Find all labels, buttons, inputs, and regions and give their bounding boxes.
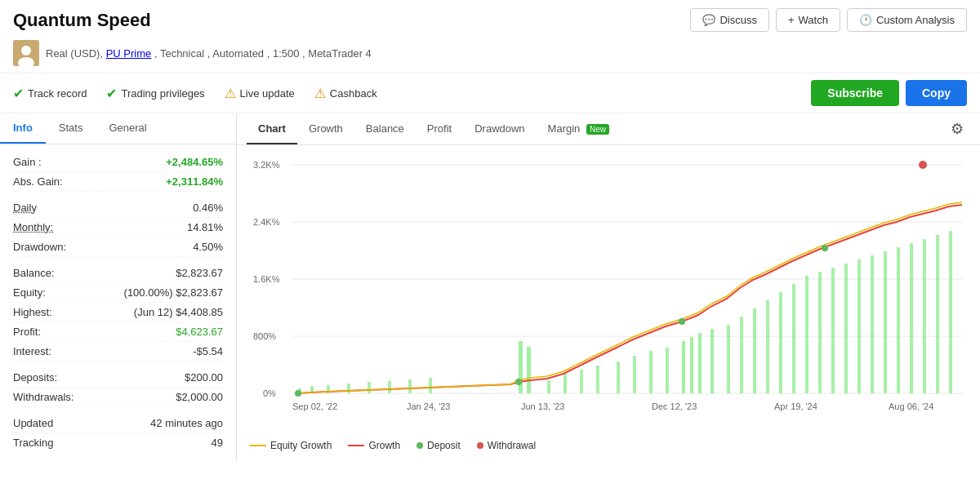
svg-rect-31 — [580, 370, 583, 393]
tab-stats[interactable]: Stats — [46, 113, 96, 144]
svg-rect-58 — [949, 231, 952, 393]
legend-deposit: Deposit — [416, 440, 461, 451]
svg-point-62 — [822, 245, 828, 251]
svg-rect-35 — [649, 351, 653, 393]
svg-rect-26 — [429, 378, 432, 393]
tab-profit[interactable]: Profit — [416, 114, 463, 144]
svg-text:Dec 12, '23: Dec 12, '23 — [652, 401, 697, 411]
left-panel: Info Stats General Gain : +2,484.65% Abs… — [0, 113, 237, 460]
svg-rect-50 — [844, 264, 848, 393]
withdrawal-dot-icon — [477, 442, 483, 449]
chart-area: 3.2K% 2.4K% 1.6K% 800% 0% Sep 02, '22 Ja… — [237, 145, 980, 433]
svg-rect-47 — [805, 276, 808, 393]
svg-rect-55 — [910, 243, 913, 393]
header: Quantum Speed 💬 Discuss + Watch 🕐 Custom… — [0, 0, 980, 37]
daily-row: Daily 0.46% — [13, 198, 223, 218]
subtitle: Real (USD), PU Prime , Technical , Autom… — [0, 37, 980, 73]
chart-legend: Equity Growth Growth Deposit Withdrawal — [237, 433, 980, 458]
svg-rect-48 — [818, 272, 822, 393]
equity-growth-line-icon — [250, 445, 266, 446]
svg-text:2.4K%: 2.4K% — [253, 217, 280, 227]
svg-point-63 — [919, 161, 927, 169]
svg-rect-53 — [884, 251, 887, 393]
svg-rect-40 — [710, 329, 714, 393]
svg-text:Jun 13, '23: Jun 13, '23 — [521, 401, 564, 411]
svg-rect-52 — [871, 255, 874, 393]
page-title: Quantum Speed — [13, 10, 151, 31]
deposit-dot-icon — [416, 442, 423, 449]
interest-row: Interest: -$5.54 — [13, 342, 223, 361]
warn-icon: ⚠ — [225, 86, 236, 101]
svg-rect-32 — [596, 366, 599, 393]
discuss-icon: 💬 — [702, 14, 715, 26]
tab-general[interactable]: General — [96, 113, 159, 144]
svg-point-60 — [515, 379, 522, 385]
trading-privileges-status: ✔ Trading privileges — [106, 86, 204, 101]
svg-rect-27 — [519, 341, 523, 393]
gain-row: Gain : +2,484.65% — [13, 153, 223, 172]
watch-button[interactable]: + Watch — [776, 8, 840, 32]
tracking-row: Tracking 49 — [13, 433, 223, 452]
equity-row: Equity: (100.00%) $2,823.67 — [13, 283, 223, 303]
svg-text:3.2K%: 3.2K% — [253, 160, 280, 170]
svg-rect-56 — [923, 239, 926, 393]
svg-rect-33 — [617, 361, 620, 393]
svg-point-61 — [679, 318, 685, 325]
custom-analysis-button[interactable]: 🕐 Custom Analysis — [847, 8, 967, 32]
svg-rect-23 — [368, 382, 371, 393]
svg-rect-54 — [897, 247, 900, 393]
svg-text:Apr 19, '24: Apr 19, '24 — [774, 401, 817, 411]
svg-rect-51 — [858, 259, 861, 393]
tab-growth[interactable]: Growth — [297, 114, 354, 144]
tab-info[interactable]: Info — [0, 113, 46, 144]
svg-rect-49 — [831, 268, 835, 393]
monthly-row: Monthly: 14.81% — [13, 218, 223, 237]
balance-row: Balance: $2,823.67 — [13, 264, 223, 283]
tab-drawdown[interactable]: Drawdown — [463, 114, 536, 144]
svg-rect-36 — [666, 348, 669, 393]
svg-text:Jan 24, '23: Jan 24, '23 — [407, 401, 450, 411]
tab-chart[interactable]: Chart — [247, 114, 297, 144]
svg-text:Aug 06, '24: Aug 06, '24 — [889, 401, 933, 411]
svg-rect-28 — [527, 347, 531, 393]
svg-point-59 — [295, 390, 301, 397]
svg-rect-46 — [792, 284, 795, 393]
svg-rect-34 — [633, 356, 636, 393]
cashback-status: ⚠ Cashback — [314, 86, 377, 101]
tab-balance[interactable]: Balance — [354, 114, 416, 144]
growth-line-icon — [348, 445, 364, 446]
subscribe-button[interactable]: Subscribe — [811, 80, 899, 106]
drawdown-row: Drawdown: 4.50% — [13, 237, 223, 257]
stats-table: Gain : +2,484.65% Abs. Gain: +2,311.84% … — [0, 144, 236, 460]
check-icon: ✔ — [13, 86, 24, 101]
legend-equity-growth: Equity Growth — [250, 440, 332, 451]
subtitle-text: Real (USD), PU Prime , Technical , Autom… — [46, 47, 372, 60]
track-record-status: ✔ Track record — [13, 86, 87, 101]
discuss-button[interactable]: 💬 Discuss — [690, 8, 769, 32]
legend-growth: Growth — [348, 440, 400, 451]
left-tabs: Info Stats General — [0, 113, 236, 144]
new-badge: New — [586, 124, 609, 135]
avatar — [13, 40, 39, 66]
updated-row: Updated 42 minutes ago — [13, 414, 223, 433]
highest-row: Highest: (Jun 12) $4,408.85 — [13, 303, 223, 322]
chart-svg: 3.2K% 2.4K% 1.6K% 800% 0% Sep 02, '22 Ja… — [247, 153, 970, 423]
copy-button[interactable]: Copy — [906, 80, 967, 106]
right-panel: Chart Growth Balance Profit Drawdown Mar… — [237, 113, 980, 460]
status-bar: ✔ Track record ✔ Trading privileges ⚠ Li… — [0, 73, 980, 113]
settings-icon[interactable]: ⚙ — [944, 113, 970, 144]
svg-rect-37 — [682, 341, 685, 393]
svg-text:Sep 02, '22: Sep 02, '22 — [292, 401, 337, 411]
right-tabs: Chart Growth Balance Profit Drawdown Mar… — [237, 113, 980, 145]
svg-text:1.6K%: 1.6K% — [253, 274, 280, 284]
svg-text:0%: 0% — [263, 388, 276, 398]
svg-rect-30 — [564, 374, 567, 393]
svg-point-1 — [21, 46, 31, 55]
clock-icon: 🕐 — [859, 14, 872, 26]
deposits-row: Deposits: $200.00 — [13, 368, 223, 388]
pu-prime-link[interactable]: PU Prime — [106, 47, 152, 60]
legend-withdrawal: Withdrawal — [477, 440, 536, 451]
tab-margin[interactable]: Margin New — [537, 114, 621, 144]
svg-rect-42 — [740, 317, 743, 393]
svg-rect-43 — [753, 308, 756, 393]
